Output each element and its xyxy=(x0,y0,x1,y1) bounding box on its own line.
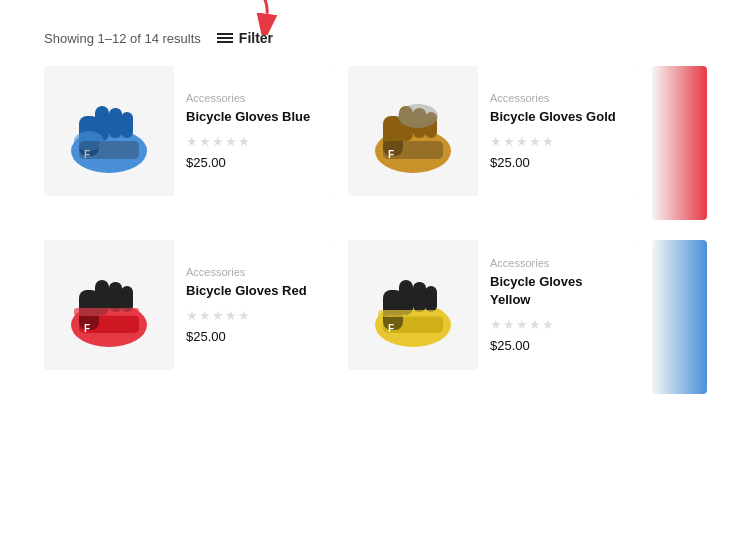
product-price: $25.00 xyxy=(490,338,624,353)
svg-rect-4 xyxy=(109,108,122,138)
product-name: Bicycle Gloves Yellow xyxy=(490,273,624,308)
product-price: $25.00 xyxy=(490,155,624,170)
showing-text: Showing 1–12 of 14 results xyxy=(44,31,201,46)
product-image: F xyxy=(44,66,174,196)
svg-text:F: F xyxy=(84,323,90,334)
product-category: Accessories xyxy=(490,92,624,104)
product-image: F xyxy=(348,240,478,370)
partial-card xyxy=(652,66,707,220)
product-category: Accessories xyxy=(186,92,320,104)
product-price: $25.00 xyxy=(186,155,320,170)
product-info: Accessories Bicycle Gloves Blue ★ ★ ★ ★ … xyxy=(174,66,332,196)
product-info: Accessories Bicycle Gloves Red ★ ★ ★ ★ ★… xyxy=(174,240,332,370)
product-image: F xyxy=(348,66,478,196)
product-card[interactable]: F Accessories Bicycle Gloves Blue ★ ★ ★ … xyxy=(44,66,332,196)
product-category: Accessories xyxy=(186,266,320,278)
products-grid: F Accessories Bicycle Gloves Blue ★ ★ ★ … xyxy=(0,66,751,394)
svg-text:F: F xyxy=(388,149,394,160)
svg-rect-32 xyxy=(378,310,443,317)
product-image: F xyxy=(44,240,174,370)
svg-rect-8 xyxy=(79,141,139,159)
svg-rect-20 xyxy=(109,282,122,312)
product-category: Accessories xyxy=(490,257,624,269)
star-rating: ★ ★ ★ ★ ★ xyxy=(186,308,320,323)
svg-rect-29 xyxy=(425,286,437,312)
svg-rect-28 xyxy=(413,282,426,312)
svg-text:F: F xyxy=(388,323,394,334)
product-price: $25.00 xyxy=(186,329,320,344)
product-info: Accessories Bicycle Gloves Yellow ★ ★ ★ … xyxy=(478,240,636,370)
product-name: Bicycle Gloves Red xyxy=(186,282,320,300)
svg-point-14 xyxy=(398,104,438,128)
svg-rect-27 xyxy=(399,280,413,315)
product-info: Accessories Bicycle Gloves Gold ★ ★ ★ ★ … xyxy=(478,66,636,196)
product-name: Bicycle Gloves Blue xyxy=(186,108,320,126)
product-name: Bicycle Gloves Gold xyxy=(490,108,624,126)
partial-card xyxy=(652,240,707,394)
product-card[interactable]: F Accessories Bicycle Gloves Red ★ ★ ★ ★… xyxy=(44,240,332,370)
arrow-indicator xyxy=(228,0,288,35)
star-rating: ★ ★ ★ ★ ★ xyxy=(490,134,624,149)
svg-rect-24 xyxy=(74,308,139,316)
star-rating: ★ ★ ★ ★ ★ xyxy=(490,317,624,332)
svg-rect-5 xyxy=(121,112,133,138)
star-rating: ★ ★ ★ ★ ★ xyxy=(186,134,320,149)
top-bar: Showing 1–12 of 14 results Filter xyxy=(0,0,751,66)
product-card[interactable]: F Accessories Bicycle Gloves Yellow ★ ★ … xyxy=(348,240,636,370)
product-card[interactable]: F Accessories Bicycle Gloves Gold ★ ★ ★ … xyxy=(348,66,636,196)
